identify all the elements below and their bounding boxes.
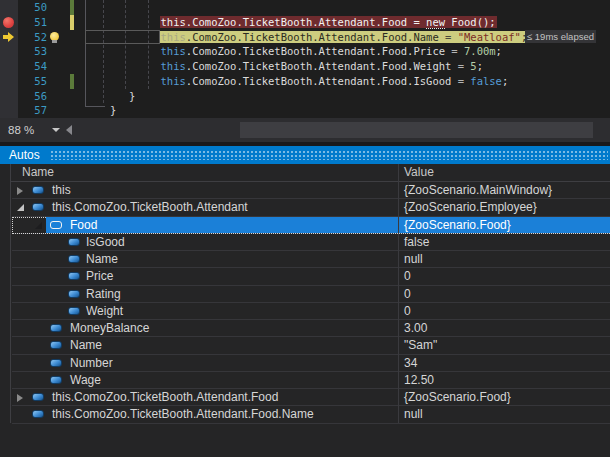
code-text[interactable]: } [90, 89, 136, 104]
collapse-arrow-icon[interactable] [17, 204, 24, 211]
selection-highlight [46, 217, 610, 233]
variable-name: this [52, 182, 71, 198]
collapse-arrow-icon[interactable] [35, 222, 42, 229]
field-icon [50, 324, 62, 332]
autos-row[interactable]: Price0 [12, 268, 610, 285]
autos-row[interactable]: Wage12.50 [12, 372, 610, 389]
column-header-name[interactable]: Name [22, 164, 54, 181]
token-kw: this [161, 60, 186, 72]
token-pl: Food(); [445, 16, 496, 28]
variable-value: null [404, 251, 423, 267]
code-text[interactable]: this.ComoZoo.TicketBooth.Attendant.Food.… [90, 59, 484, 74]
autos-row[interactable]: Rating0 [12, 286, 610, 303]
titlebar-grip-dots [50, 150, 608, 160]
token-pl: ; [496, 45, 502, 57]
autos-column-header: Name Value [0, 164, 610, 181]
field-icon [32, 203, 44, 211]
code-text[interactable]: } [90, 103, 117, 118]
code-text[interactable]: this.ComoZoo.TicketBooth.Attendant.Food.… [90, 44, 503, 59]
variable-value: null [404, 406, 423, 422]
variable-name: Name [70, 337, 102, 353]
chevron-down-icon[interactable] [52, 128, 60, 132]
autos-titlebar[interactable]: Autos [0, 146, 610, 164]
field-icon [68, 238, 80, 246]
variable-name: this.ComoZoo.TicketBooth.Attendant [52, 199, 248, 215]
current-statement: this.ComoZoo.TicketBooth.Attendant.Food.… [160, 31, 529, 43]
variable-value: 0 [404, 286, 411, 302]
column-separator[interactable] [398, 164, 399, 423]
autos-row[interactable]: this.ComoZoo.TicketBooth.Attendant{ZooSc… [12, 199, 610, 216]
change-tracking-bar [70, 74, 74, 89]
code-text[interactable]: this.ComoZoo.TicketBooth.Attendant.Food.… [90, 74, 509, 89]
field-icon [68, 272, 80, 280]
token-pl: } [110, 104, 116, 116]
autos-row[interactable]: Namenull [12, 251, 610, 268]
breakpoint-icon[interactable] [3, 17, 14, 28]
variable-value: 0 [404, 268, 411, 284]
autos-row[interactable]: Weight0 [12, 303, 610, 320]
variable-name: Weight [86, 303, 123, 319]
line-number: 51 [20, 15, 47, 30]
code-line-56: 56 } [0, 89, 610, 104]
variable-name: IsGood [86, 234, 125, 250]
autos-row[interactable]: this.ComoZoo.TicketBooth.Attendant.Food{… [12, 389, 610, 406]
line-number: 56 [20, 89, 47, 104]
code-text[interactable]: this.ComoZoo.TicketBooth.Attendant.Food … [90, 15, 497, 30]
statement: this.ComoZoo.TicketBooth.Attendant.Food.… [160, 60, 484, 72]
statement: } [109, 104, 117, 116]
execution-arrow-icon [8, 32, 14, 42]
autos-row[interactable]: Food{ZooScenario.Food} [12, 217, 610, 234]
column-header-value[interactable]: Value [404, 164, 434, 181]
field-icon [68, 255, 80, 263]
line-number: 50 [20, 0, 47, 15]
horizontal-scrollbar-thumb[interactable] [240, 122, 593, 138]
token-pl: .ComoZoo.TicketBooth.Attendant.Food [186, 16, 407, 28]
token-pl: .ComoZoo.TicketBooth.Attendant.Food.Pric… [186, 45, 445, 57]
autos-row[interactable]: this.ComoZoo.TicketBooth.Attendant.Food.… [12, 406, 610, 423]
variable-name: MoneyBalance [70, 320, 149, 336]
variable-value: {ZooScenario.Food} [404, 389, 511, 405]
autos-rows: this{ZooScenario.MainWindow}this.ComoZoo… [0, 182, 610, 424]
variable-name: Wage [70, 372, 101, 388]
scroll-left-arrow-icon[interactable] [66, 125, 72, 135]
autos-window: Autos Name Value this{ZooScenario.MainWi… [0, 146, 610, 457]
variable-value: 3.00 [404, 320, 427, 336]
variable-value: {ZooScenario.Employee} [404, 199, 537, 215]
token-str: "Meatloaf" [458, 31, 521, 43]
autos-row[interactable]: Number34 [12, 355, 610, 372]
expand-arrow-icon[interactable] [17, 187, 23, 195]
autos-row[interactable]: Name"Sam" [12, 337, 610, 354]
code-line-51: 51 this.ComoZoo.TicketBooth.Attendant.Fo… [0, 15, 610, 30]
zoom-level-dropdown[interactable]: 88 % [8, 118, 34, 142]
field-icon [50, 376, 62, 384]
vs-debug-screen: 5051 this.ComoZoo.TicketBooth.Attendant.… [0, 0, 610, 457]
field-icon [50, 359, 62, 367]
variable-name: Food [70, 217, 97, 233]
field-icon [68, 290, 80, 298]
token-pl: ; [477, 60, 483, 72]
token-op: = [451, 60, 470, 72]
token-pl: ; [502, 75, 508, 87]
change-tracking-bar [70, 15, 74, 30]
autos-row[interactable]: this{ZooScenario.MainWindow} [12, 182, 610, 199]
code-line-53: 53 this.ComoZoo.TicketBooth.Attendant.Fo… [0, 44, 610, 59]
variable-name: Name [86, 251, 118, 267]
field-icon [32, 393, 44, 401]
variable-value: false [404, 234, 429, 250]
perf-tip[interactable]: ≤ 19ms elapsed [525, 30, 596, 43]
lightbulb-icon [52, 40, 57, 43]
code-line-55: 55 this.ComoZoo.TicketBooth.Attendant.Fo… [0, 74, 610, 89]
token-pl: .ComoZoo.TicketBooth.Attendant.Food.Weig… [186, 60, 452, 72]
token-op: = [439, 31, 458, 43]
line-number: 54 [20, 59, 47, 74]
field-icon [32, 186, 44, 194]
token-kw: this [161, 75, 186, 87]
expand-arrow-icon[interactable] [17, 394, 23, 402]
autos-row[interactable]: IsGoodfalse [12, 234, 610, 251]
token-kw: this [161, 45, 186, 57]
statement: this.ComoZoo.TicketBooth.Attendant.Food.… [160, 45, 503, 57]
code-text[interactable]: this.ComoZoo.TicketBooth.Attendant.Food.… [90, 30, 528, 45]
autos-row[interactable]: MoneyBalance3.00 [12, 320, 610, 337]
token-kw-ul: new [426, 16, 445, 29]
token-num: 7.00m [464, 45, 496, 57]
